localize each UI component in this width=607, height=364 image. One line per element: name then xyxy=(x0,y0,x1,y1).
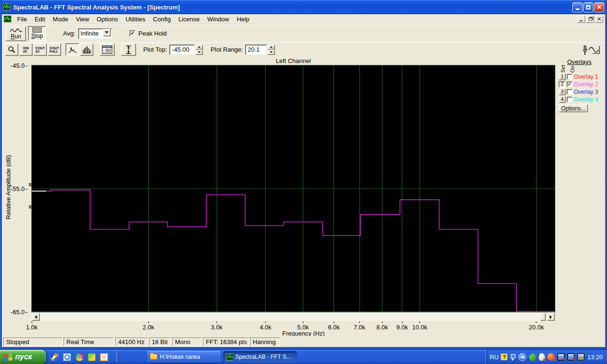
overlay-set-button-2[interactable]: 2 xyxy=(559,81,566,88)
zoom-button[interactable] xyxy=(5,43,18,56)
minimize-button[interactable] xyxy=(572,2,582,12)
zoom-in-2x-icon: ⚲IN2X xyxy=(23,46,28,53)
line-plot-view-button[interactable] xyxy=(65,43,79,56)
document-icon[interactable] xyxy=(4,15,11,23)
overlay-label-4: Overlay 4 xyxy=(574,96,598,103)
overlay-row-2: 2✓Overlay 2 xyxy=(559,81,598,88)
zoom-out-2x-button[interactable]: ⚲OUT2X xyxy=(33,43,47,56)
spin-down-button[interactable] xyxy=(195,50,203,55)
scrollbar-track[interactable] xyxy=(40,313,547,321)
spin-down-button[interactable] xyxy=(267,50,275,55)
quick-launch xyxy=(51,352,119,362)
status-cell: Hanning xyxy=(250,337,280,346)
overlays-heading: Overlays xyxy=(567,58,606,65)
vertical-scale-button[interactable] xyxy=(121,43,136,56)
update-icon[interactable] xyxy=(88,353,96,361)
plot-top-label: Plot Top: xyxy=(143,46,167,53)
plot-top-input[interactable]: -45.00 xyxy=(169,45,195,55)
y-axis-label: Relative Amplitude (dB) xyxy=(5,155,12,219)
overlay-set-button-3[interactable]: 3 xyxy=(559,89,566,95)
spectrum-trace-svg xyxy=(32,65,555,312)
chevron-down-icon xyxy=(105,31,109,34)
bar-plot-view-button[interactable] xyxy=(80,43,93,56)
spin-up-button[interactable] xyxy=(195,45,203,50)
menu-item-edit[interactable]: Edit xyxy=(31,15,49,24)
svg-text:S: S xyxy=(583,45,587,50)
overlay-checkbox-4[interactable] xyxy=(567,97,572,102)
avg-select[interactable]: Infinite xyxy=(78,28,112,39)
overlay-options-button[interactable]: Options... xyxy=(559,104,588,112)
spectrum-plot[interactable] xyxy=(31,65,555,312)
arrow-right-icon xyxy=(550,315,552,319)
taskbar-task[interactable]: H:\Новая папка xyxy=(147,351,221,363)
hide-icons-chevron[interactable]: ◀ xyxy=(518,353,526,361)
mdi-close-button[interactable]: ✕ xyxy=(595,16,603,23)
overlay-set-button-4[interactable]: 4 xyxy=(559,96,566,103)
zoom-out-full-icon: ⚲OUTFULL xyxy=(50,46,59,53)
app-icon[interactable] xyxy=(3,3,10,11)
maximize-button[interactable] xyxy=(583,2,593,12)
chrome-icon[interactable] xyxy=(75,353,83,361)
clock[interactable]: 13:20 xyxy=(587,354,603,361)
x-tick-label: 10.0k xyxy=(412,321,427,331)
y-tick-label: -45.0 xyxy=(0,62,28,69)
agent-icon[interactable] xyxy=(529,353,536,361)
chart-title: Left Channel xyxy=(32,57,555,64)
window-layout-icon[interactable] xyxy=(510,354,516,360)
scheduler-icon[interactable] xyxy=(100,353,108,361)
magnifier-icon xyxy=(8,46,16,54)
help-icon[interactable]: ? xyxy=(501,354,507,360)
menu-item-config[interactable]: Config xyxy=(149,15,175,24)
plot-toolbar: ⚲IN2X ⚲OUT2X ⚲OUTFULL xxx Plot xyxy=(2,42,605,56)
zoom-in-2x-button[interactable]: ⚲IN2X xyxy=(19,43,33,56)
overlay-set-button-1[interactable]: 1 xyxy=(559,73,566,80)
scroll-left-button[interactable] xyxy=(32,313,40,321)
menu-items: FileEditModeViewOptionsUtilitiesConfigLi… xyxy=(13,15,253,24)
signal-generator-icon[interactable]: ST xyxy=(582,44,600,57)
menu-bar: FileEditModeViewOptionsUtilitiesConfigLi… xyxy=(2,14,605,24)
taskbar-task[interactable]: SpectraLAB - FFT Spe… xyxy=(223,351,297,363)
media-player-icon[interactable] xyxy=(51,353,59,361)
display-icon[interactable] xyxy=(577,353,585,361)
plot-range-input[interactable]: 20.1 xyxy=(245,45,267,55)
language-indicator[interactable]: RU xyxy=(490,354,499,361)
list-view-icon: xxx xyxy=(102,46,112,54)
run-button[interactable]: Run xyxy=(6,26,26,41)
status-cell: Mono xyxy=(172,337,202,346)
stop-button[interactable]: Stop xyxy=(28,26,46,41)
svg-text:T: T xyxy=(583,50,587,55)
start-button[interactable]: пуск xyxy=(0,350,46,364)
overlay-checkbox-1[interactable] xyxy=(567,74,572,80)
avg-dropdown-button[interactable] xyxy=(103,29,111,36)
mdi-restore-button[interactable] xyxy=(586,16,594,23)
menu-item-options[interactable]: Options xyxy=(93,15,122,24)
overlay-label-3: Overlay 3 xyxy=(574,89,598,95)
menu-item-mode[interactable]: Mode xyxy=(49,15,72,24)
menu-item-view[interactable]: View xyxy=(72,15,93,24)
overlay-checkbox-3[interactable] xyxy=(567,89,572,95)
menu-item-help[interactable]: Help xyxy=(233,15,253,24)
details-view-button[interactable]: xxx xyxy=(100,43,115,56)
network-offline-icon[interactable] xyxy=(557,353,565,361)
minimize-icon xyxy=(576,9,579,10)
menu-item-window[interactable]: Window xyxy=(203,15,233,24)
y-tick-label: -65.0 xyxy=(0,309,28,316)
menu-item-file[interactable]: File xyxy=(13,15,31,24)
messenger-offline-icon[interactable] xyxy=(539,353,545,361)
menu-item-utilities[interactable]: Utilities xyxy=(122,15,149,24)
close-button[interactable]: ✕ xyxy=(594,2,604,12)
mdi-minimize-button[interactable] xyxy=(577,16,585,23)
taskbar-divider xyxy=(116,352,119,362)
zoom-out-full-button[interactable]: ⚲OUTFULL xyxy=(47,43,61,56)
maximize-icon xyxy=(586,5,590,9)
browser-icon[interactable] xyxy=(63,353,71,361)
menu-item-license[interactable]: License xyxy=(175,15,203,24)
overlay-checkbox-2[interactable]: ✓ xyxy=(567,82,572,87)
spin-up-button[interactable] xyxy=(267,45,275,50)
scrollbar-thumb[interactable] xyxy=(540,313,546,321)
peak-hold-checkbox[interactable]: ✓ xyxy=(129,30,136,36)
security-alert-icon[interactable] xyxy=(547,353,555,361)
window-border-left xyxy=(0,0,2,350)
network-offline-2-icon[interactable] xyxy=(567,353,575,361)
scroll-right-button[interactable] xyxy=(547,313,555,321)
